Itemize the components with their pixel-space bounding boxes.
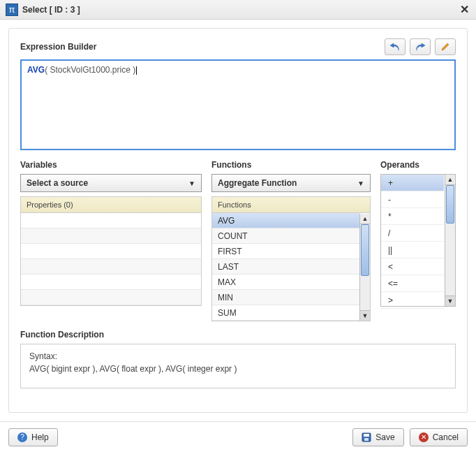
functions-scrollbar[interactable]: ▲ ▼	[359, 214, 370, 321]
save-icon	[362, 432, 371, 442]
function-item[interactable]: MIN	[212, 290, 359, 305]
functions-category-dropdown[interactable]: Aggregate Function ▼	[211, 174, 371, 192]
variable-row[interactable]	[21, 228, 201, 244]
functions-heading: Functions	[211, 160, 371, 170]
undo-button[interactable]	[385, 38, 406, 55]
variable-row[interactable]	[21, 290, 201, 305]
expression-textarea[interactable]: AVG( StockVolGt1000.price )	[20, 59, 456, 150]
function-description-box: Syntax: AVG( bigint expr ), AVG( float e…	[20, 344, 456, 388]
scroll-thumb[interactable]	[361, 224, 369, 276]
redo-icon	[415, 42, 426, 52]
titlebar: π Select [ ID : 3 ] ✕	[0, 0, 476, 20]
variable-row[interactable]	[21, 213, 201, 228]
chevron-down-icon: ▼	[188, 180, 195, 187]
variable-row[interactable]	[21, 275, 201, 290]
scroll-track[interactable]	[445, 185, 455, 296]
main-area: Expression Builder	[0, 20, 476, 421]
help-button[interactable]: ? Help	[8, 428, 58, 446]
undo-icon	[389, 42, 401, 52]
save-button[interactable]: Save	[352, 428, 403, 446]
variables-source-dropdown[interactable]: Select a source ▼	[20, 174, 202, 192]
svg-rect-1	[364, 434, 369, 437]
variables-dropdown-label: Select a source	[27, 178, 188, 188]
scroll-down-button[interactable]: ▼	[445, 296, 455, 306]
operand-item[interactable]: -	[381, 191, 444, 208]
cancel-icon: ✕	[419, 432, 429, 442]
cancel-label: Cancel	[433, 432, 459, 442]
function-item[interactable]: SUM	[212, 305, 359, 321]
function-item[interactable]: AVG	[212, 213, 359, 228]
variable-row[interactable]	[21, 259, 201, 275]
function-item[interactable]: COUNT	[212, 228, 359, 244]
operand-item[interactable]: /	[381, 225, 444, 242]
builder-panel: Expression Builder	[8, 28, 468, 413]
operands-column: Operands +-*/||<<=> ▲ ▼	[380, 160, 456, 321]
dialog-footer: ? Help Save ✕ Cancel	[0, 421, 476, 452]
svg-rect-2	[364, 438, 369, 441]
functions-dropdown-label: Aggregate Function	[218, 178, 357, 188]
pencil-icon	[440, 42, 450, 52]
scroll-thumb[interactable]	[446, 185, 454, 224]
scroll-track[interactable]	[360, 224, 370, 310]
functions-list-header: Functions	[212, 197, 370, 213]
chevron-down-icon: ▼	[357, 180, 364, 187]
help-label: Help	[31, 432, 49, 442]
expr-arg: StockVolGt1000.price	[50, 65, 130, 75]
syntax-label: Syntax:	[29, 351, 447, 361]
variables-listbox: Properties (0)	[20, 196, 202, 306]
function-item[interactable]: MAX	[212, 275, 359, 290]
expr-fn: AVG	[27, 65, 45, 75]
operands-heading: Operands	[380, 160, 456, 170]
operand-item[interactable]: >	[381, 292, 444, 309]
functions-listbox: Functions AVGCOUNTFIRSTLASTMAXMINSUM ▲ ▼	[211, 196, 371, 321]
variables-heading: Variables	[20, 160, 202, 170]
close-button[interactable]: ✕	[458, 3, 470, 16]
function-description-heading: Function Description	[20, 330, 456, 340]
operand-item[interactable]: <	[381, 258, 444, 275]
edit-button[interactable]	[435, 38, 456, 55]
text-cursor	[136, 66, 137, 75]
pi-icon: π	[6, 3, 18, 16]
expression-builder-heading: Expression Builder	[20, 42, 380, 52]
scroll-down-button[interactable]: ▼	[360, 310, 370, 321]
variables-list-header: Properties (0)	[21, 197, 201, 213]
expr-close: )	[131, 65, 135, 75]
operand-item[interactable]: ||	[381, 242, 444, 258]
operand-item[interactable]: *	[381, 208, 444, 225]
window-title: Select [ ID : 3 ]	[22, 5, 458, 15]
function-item[interactable]: FIRST	[212, 244, 359, 259]
operand-item[interactable]: <=	[381, 275, 444, 292]
save-label: Save	[375, 432, 394, 442]
variable-row[interactable]	[21, 244, 201, 259]
variables-column: Variables Select a source ▼ Properties (…	[20, 160, 202, 321]
help-icon: ?	[17, 432, 27, 442]
operands-scrollbar[interactable]: ▲ ▼	[445, 175, 455, 306]
scroll-up-button[interactable]: ▲	[360, 214, 370, 224]
function-item[interactable]: LAST	[212, 259, 359, 275]
cancel-button[interactable]: ✕ Cancel	[410, 428, 468, 446]
operand-item[interactable]: +	[381, 175, 444, 191]
functions-column: Functions Aggregate Function ▼ Functions…	[211, 160, 371, 321]
scroll-up-button[interactable]: ▲	[445, 175, 455, 185]
operands-listbox: +-*/||<<=> ▲ ▼	[380, 174, 456, 307]
redo-button[interactable]	[410, 38, 431, 55]
select-dialog: π Select [ ID : 3 ] ✕ Expression Builder	[0, 0, 476, 452]
syntax-text: AVG( bigint expr ), AVG( float expr ), A…	[29, 364, 447, 374]
